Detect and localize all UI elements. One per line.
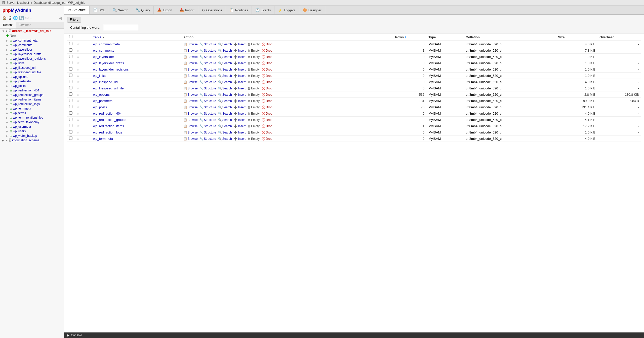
structure-link-14[interactable]: 🔧 Structure	[199, 131, 216, 134]
drop-link-5[interactable]: 🚫 Drop	[262, 74, 272, 78]
row-checkbox-3[interactable]	[69, 61, 72, 64]
tab-structure[interactable]: 🗂 Structure	[64, 6, 90, 14]
empty-link-3[interactable]: 🗑 Empty	[248, 61, 260, 65]
empty-link-2[interactable]: 🗑 Empty	[248, 55, 260, 59]
empty-link-14[interactable]: 🗑 Empty	[248, 131, 260, 134]
sidebar-item-wp_redirection_404[interactable]: ▶ ⊞ wp_redirection_404	[0, 88, 64, 93]
tab-search[interactable]: 🔍 Search	[109, 6, 132, 14]
insert-link-10[interactable]: ➕ Insert	[234, 106, 246, 109]
table-name-link-14[interactable]: wp_redirection_logs	[93, 130, 122, 134]
empty-link-8[interactable]: 🗑 Empty	[248, 93, 260, 96]
table-name-link-7[interactable]: wp_litespeed_url_file	[93, 86, 124, 90]
structure-link-2[interactable]: 🔧 Structure	[199, 55, 216, 59]
empty-link-9[interactable]: 🗑 Empty	[248, 99, 260, 103]
search-link-9[interactable]: 🔍 Search	[218, 99, 232, 103]
browse-link-8[interactable]: 📋 Browse	[183, 93, 198, 96]
structure-link-3[interactable]: 🔧 Structure	[199, 61, 216, 65]
structure-link-11[interactable]: 🔧 Structure	[199, 112, 216, 115]
sidebar-item-wp_users[interactable]: ▶ ⊞ wp_users	[0, 129, 64, 133]
sidebar-item-wp_redirection_items[interactable]: ▶ ⊞ wp_redirection_items	[0, 97, 64, 102]
sidebar-item-wp_term_taxonomy[interactable]: ▶ ⊞ wp_term_taxonomy	[0, 120, 64, 124]
table-name-link-15[interactable]: wp_termmeta	[93, 137, 113, 141]
tab-sql[interactable]: 📄 SQL	[90, 6, 109, 14]
structure-link-8[interactable]: 🔧 Structure	[199, 93, 216, 96]
drop-link-6[interactable]: 🚫 Drop	[262, 80, 272, 84]
browse-link-3[interactable]: 📋 Browse	[183, 61, 198, 65]
row-checkbox-12[interactable]	[69, 118, 72, 121]
drop-link-8[interactable]: 🚫 Drop	[262, 93, 272, 96]
col-header-type[interactable]: Type	[426, 33, 464, 41]
insert-link-0[interactable]: ➕ Insert	[234, 43, 246, 46]
empty-link-1[interactable]: 🗑 Empty	[248, 49, 260, 52]
col-header-rows[interactable]: Rows ℹ	[393, 33, 426, 41]
tab-triggers[interactable]: ⚡ Triggers	[274, 6, 299, 14]
select-all-checkbox[interactable]	[69, 35, 72, 38]
filter-input[interactable]	[103, 25, 138, 30]
table-name-link-11[interactable]: wp_redirection_404	[93, 112, 122, 115]
insert-link-2[interactable]: ➕ Insert	[234, 55, 246, 59]
table-name-link-0[interactable]: wp_commentmeta	[93, 42, 120, 46]
sidebar-item-wp_options[interactable]: ▶ ⊞ wp_options	[0, 75, 64, 79]
star-icon-7[interactable]: ☆	[76, 86, 80, 90]
sidebar-item-information_schema[interactable]: ▶ ● 🗄 information_schema	[0, 138, 64, 143]
sidebar-item-wp_redirection_groups[interactable]: ▶ ⊞ wp_redirection_groups	[0, 93, 64, 97]
row-checkbox-7[interactable]	[69, 86, 72, 89]
insert-link-15[interactable]: ➕ Insert	[234, 137, 246, 141]
search-link-4[interactable]: 🔍 Search	[218, 68, 232, 71]
tab-export[interactable]: 📤 Export	[154, 6, 176, 14]
structure-link-4[interactable]: 🔧 Structure	[199, 68, 216, 71]
row-checkbox-13[interactable]	[69, 124, 72, 127]
insert-link-11[interactable]: ➕ Insert	[234, 112, 246, 115]
search-link-8[interactable]: 🔍 Search	[218, 93, 232, 96]
browse-link-1[interactable]: 📋 Browse	[183, 49, 198, 52]
row-checkbox-10[interactable]	[69, 105, 72, 108]
structure-link-13[interactable]: 🔧 Structure	[199, 124, 216, 128]
col-header-size[interactable]: Size	[556, 33, 597, 41]
insert-link-13[interactable]: ➕ Insert	[234, 124, 246, 128]
sidebar-item-wp_layerslider_revisions[interactable]: ▶ ⊞ wp_layerslider_revisions	[0, 56, 64, 61]
drop-link-13[interactable]: 🚫 Drop	[262, 124, 272, 128]
browse-link-12[interactable]: 📋 Browse	[183, 118, 198, 122]
drop-link-2[interactable]: 🚫 Drop	[262, 55, 272, 59]
tab-events[interactable]: 🕐 Events	[252, 6, 275, 14]
structure-link-0[interactable]: 🔧 Structure	[199, 43, 216, 46]
search-link-3[interactable]: 🔍 Search	[218, 61, 232, 65]
filters-button[interactable]: Filters	[67, 17, 81, 23]
insert-link-1[interactable]: ➕ Insert	[234, 49, 246, 52]
star-icon-6[interactable]: ☆	[76, 80, 80, 84]
sidebar-tab-favorites[interactable]: Favorites	[16, 22, 34, 28]
tab-routines[interactable]: 📋 Routines	[226, 6, 252, 14]
drop-link-4[interactable]: 🚫 Drop	[262, 68, 272, 71]
table-name-link-6[interactable]: wp_litespeed_url	[93, 80, 118, 84]
tab-query[interactable]: 🔧 Query	[132, 6, 154, 14]
insert-link-6[interactable]: ➕ Insert	[234, 80, 246, 84]
home-icon[interactable]: 🏠	[2, 16, 7, 20]
structure-link-1[interactable]: 🔧 Structure	[199, 49, 216, 52]
row-checkbox-1[interactable]	[69, 48, 72, 52]
more-icon[interactable]: ⋯	[30, 16, 34, 20]
table-name-link-1[interactable]: wp_comments	[93, 49, 114, 52]
refresh-icon[interactable]: 🔄	[19, 16, 24, 20]
browse-link-9[interactable]: 📋 Browse	[183, 99, 198, 103]
row-checkbox-14[interactable]	[69, 130, 72, 133]
search-link-6[interactable]: 🔍 Search	[218, 80, 232, 84]
search-link-2[interactable]: 🔍 Search	[218, 55, 232, 59]
row-checkbox-4[interactable]	[69, 67, 72, 71]
row-checkbox-15[interactable]	[69, 137, 72, 140]
star-icon-2[interactable]: ☆	[76, 55, 80, 59]
row-checkbox-9[interactable]	[69, 99, 72, 102]
structure-link-9[interactable]: 🔧 Structure	[199, 99, 216, 103]
sidebar-item-wp_postmeta[interactable]: ▶ ⊞ wp_postmeta	[0, 79, 64, 84]
sidebar-collapse-icon[interactable]: ◀	[59, 16, 62, 20]
col-header-collation[interactable]: Collation	[464, 33, 556, 41]
sidebar-item-wp_links[interactable]: ▶ ⊞ wp_links	[0, 61, 64, 65]
empty-link-12[interactable]: 🗑 Empty	[248, 118, 260, 122]
empty-link-10[interactable]: 🗑 Empty	[248, 106, 260, 109]
globe-icon[interactable]: 🌐	[13, 16, 18, 20]
row-checkbox-6[interactable]	[69, 80, 72, 83]
browse-link-0[interactable]: 📋 Browse	[183, 43, 198, 46]
star-icon-10[interactable]: ☆	[76, 105, 80, 109]
search-link-7[interactable]: 🔍 Search	[218, 87, 232, 90]
search-link-0[interactable]: 🔍 Search	[218, 43, 232, 46]
tab-designer[interactable]: 🎨 Designer	[299, 6, 325, 14]
